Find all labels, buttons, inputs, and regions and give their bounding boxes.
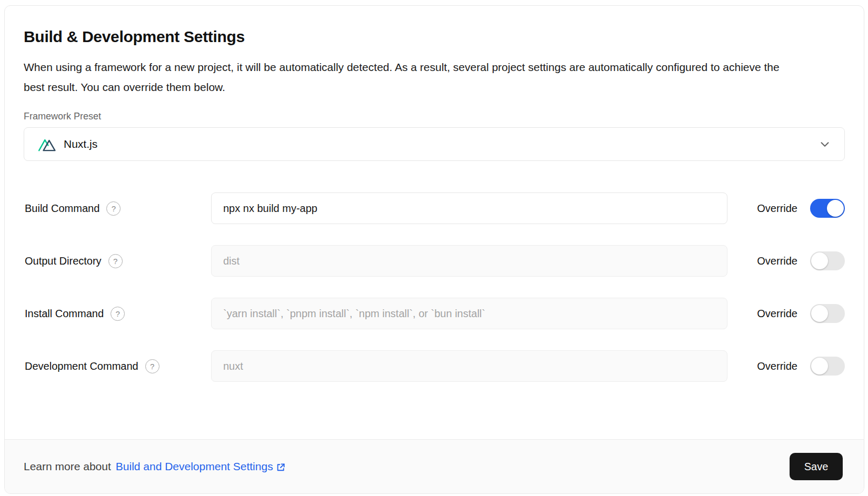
settings-description: When using a framework for a new project… xyxy=(24,57,795,97)
framework-preset-select[interactable]: Nuxt.js xyxy=(24,127,845,161)
page-title: Build & Development Settings xyxy=(24,28,845,46)
override-toggle[interactable] xyxy=(810,251,845,270)
output-directory-input xyxy=(211,245,727,277)
learn-more-text: Learn more about xyxy=(24,460,111,473)
settings-rows: Build Command ? Override Output Director… xyxy=(24,193,845,382)
nuxt-logo-icon xyxy=(38,137,56,151)
external-link-icon xyxy=(276,462,286,472)
help-icon[interactable]: ? xyxy=(111,307,125,321)
install-command-override: Override xyxy=(727,304,845,323)
build-command-label: Build Command xyxy=(25,203,99,215)
output-directory-label: Output Directory xyxy=(25,255,102,267)
override-toggle[interactable] xyxy=(810,357,845,376)
install-command-input xyxy=(211,298,727,329)
development-command-label: Development Command xyxy=(25,360,138,372)
card-body: Build & Development Settings When using … xyxy=(5,6,864,439)
help-icon[interactable]: ? xyxy=(145,359,159,373)
help-icon[interactable]: ? xyxy=(106,201,121,216)
build-settings-docs-link[interactable]: Build and Development Settings xyxy=(116,460,286,473)
toggle-knob xyxy=(811,252,828,269)
development-command-row: Development Command ? Override xyxy=(24,350,845,382)
override-toggle[interactable] xyxy=(810,199,845,218)
build-command-input[interactable] xyxy=(211,193,727,224)
save-button[interactable]: Save xyxy=(790,453,843,480)
toggle-knob xyxy=(827,200,844,217)
install-command-label: Install Command xyxy=(25,308,104,320)
install-command-row: Install Command ? Override xyxy=(24,298,845,329)
build-command-row: Build Command ? Override xyxy=(24,193,845,224)
override-label: Override xyxy=(757,203,797,215)
output-directory-label-group: Output Directory ? xyxy=(24,254,211,268)
chevron-down-icon xyxy=(818,137,832,151)
build-settings-card: Build & Development Settings When using … xyxy=(4,5,864,494)
override-label: Override xyxy=(757,255,797,267)
framework-preset-label: Framework Preset xyxy=(24,111,845,122)
toggle-knob xyxy=(811,305,828,322)
help-icon[interactable]: ? xyxy=(108,254,123,268)
card-footer: Learn more about Build and Development S… xyxy=(5,439,864,493)
toggle-knob xyxy=(811,358,828,374)
development-command-input xyxy=(211,350,727,382)
development-command-label-group: Development Command ? xyxy=(24,359,211,373)
output-directory-override: Override xyxy=(727,251,845,270)
output-directory-row: Output Directory ? Override xyxy=(24,245,845,277)
build-command-override: Override xyxy=(727,199,845,218)
override-label: Override xyxy=(757,308,797,320)
install-command-label-group: Install Command ? xyxy=(24,307,211,321)
framework-selected-value: Nuxt.js xyxy=(64,138,97,150)
development-command-override: Override xyxy=(727,357,845,376)
footer-help-text: Learn more about Build and Development S… xyxy=(24,460,286,473)
override-label: Override xyxy=(757,360,797,372)
docs-link-label: Build and Development Settings xyxy=(116,460,273,473)
build-command-label-group: Build Command ? xyxy=(24,201,211,216)
override-toggle[interactable] xyxy=(810,304,845,323)
